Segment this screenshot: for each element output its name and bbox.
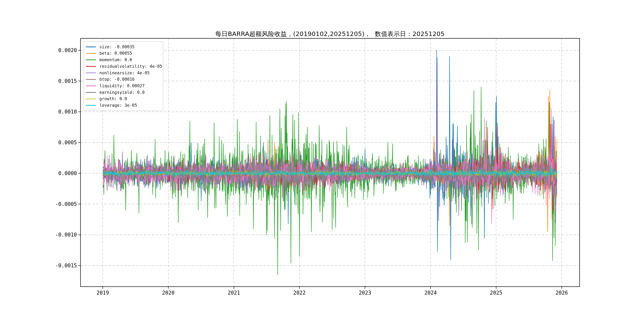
legend-label-momentum: momentum: 0.0: [100, 58, 132, 62]
legend-swatch-size: [86, 46, 96, 47]
legend-swatch-earningsyield: [86, 92, 96, 93]
legend-swatch-residualvolatility: [86, 66, 96, 67]
legend-label-beta: beta: 0.00055: [100, 51, 132, 56]
y-tick-label-5: -0.0005: [47, 201, 77, 207]
x-tick-label-0: 2019: [96, 290, 109, 296]
legend-item-beta: beta: 0.00055: [86, 51, 162, 56]
legend-swatch-momentum: [86, 60, 96, 60]
x-tick-label-5: 2024: [424, 290, 437, 296]
legend-label-nonlinearsize: nonlinearsize: 4e-05: [100, 70, 150, 75]
legend-swatch-liquidity: [86, 86, 96, 86]
y-tick-label-3: 0.0005: [47, 140, 77, 146]
legend-label-size: size: -0.00035: [100, 44, 134, 49]
y-tick-label-6: -0.0010: [47, 232, 77, 238]
legend-item-earningsyield: earningsyield: 0.0: [86, 90, 162, 95]
legend-swatch-growth: [86, 98, 96, 100]
legend-label-earningsyield: earningsyield: 0.0: [100, 90, 145, 95]
chart-title: 每日BARRA超额风险收益，(20190102,20251205)， 数值表示日…: [215, 30, 445, 38]
legend-swatch-btop: [86, 79, 96, 80]
legend-label-btop: btop: -0.00016: [100, 77, 134, 82]
legend-swatch-nonlinearsize: [86, 72, 96, 73]
legend-item-btop: btop: -0.00016: [86, 77, 162, 82]
x-tick-label-1: 2020: [162, 290, 175, 296]
x-tick-label-4: 2023: [359, 290, 371, 296]
legend-item-leverage: leverage: 3e-05: [86, 103, 162, 108]
x-tick-label-7: 2026: [556, 290, 568, 296]
y-tick-label-1: 0.0015: [47, 78, 77, 84]
legend-label-growth: growth: 0.0: [100, 96, 127, 101]
legend-label-liquidity: liquidity: 0.00027: [100, 84, 145, 88]
legend-item-momentum: momentum: 0.0: [86, 58, 162, 62]
legend-item-liquidity: liquidity: 0.00027: [86, 84, 162, 88]
legend: size: -0.00035 beta: 0.00055 momentum: 0…: [83, 41, 163, 111]
y-tick-label-4: 0.0000: [47, 170, 77, 176]
x-tick-label-6: 2025: [490, 290, 502, 296]
legend-label-leverage: leverage: 3e-05: [100, 103, 137, 108]
legend-item-nonlinearsize: nonlinearsize: 4e-05: [86, 70, 162, 75]
y-tick-label-7: -0.0015: [47, 262, 77, 268]
y-tick-label-2: 0.0010: [47, 109, 77, 115]
legend-label-residualvolatility: residualvolatility: 4e-05: [100, 64, 162, 69]
legend-item-growth: growth: 0.0: [86, 96, 162, 101]
legend-swatch-leverage: [86, 105, 96, 106]
x-tick-label-2: 2021: [228, 290, 240, 296]
legend-item-residualvolatility: residualvolatility: 4e-05: [86, 64, 162, 69]
legend-item-size: size: -0.00035: [86, 44, 162, 49]
legend-swatch-beta: [86, 53, 96, 54]
y-tick-label-0: 0.0020: [47, 47, 77, 53]
barra-daily-excess-risk-figure: 每日BARRA超额风险收益，(20190102,20251205)， 数值表示日…: [0, 0, 644, 322]
x-tick-label-3: 2022: [293, 290, 306, 296]
